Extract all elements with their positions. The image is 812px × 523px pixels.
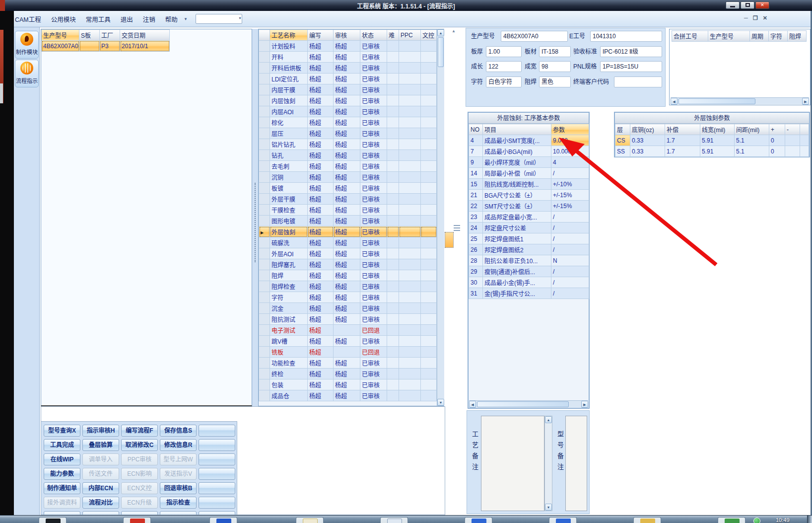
param-row[interactable]: 22 SMT尺寸公差（±） +/-15%	[469, 201, 589, 212]
column-header[interactable]: -	[785, 124, 800, 135]
action-button[interactable]	[199, 482, 235, 494]
scroll-left-icon[interactable]: ◀	[671, 98, 677, 105]
action-button[interactable]: 型号查询X	[44, 425, 80, 437]
silkscreen-input[interactable]: 白色字符	[486, 76, 522, 87]
param-row[interactable]: 9 最小焊环宽度（mil） 4	[469, 157, 589, 168]
column-header[interactable]	[259, 30, 270, 41]
app-window-icon[interactable]	[465, 517, 492, 523]
param-row[interactable]: 21 BGA尺寸公差（±） +/-15%	[469, 190, 589, 201]
column-header[interactable]: 生产型号	[42, 30, 79, 41]
flow-indicator-button[interactable]: 流程指示	[15, 60, 39, 87]
process-row[interactable]: 计划投料 杨超 杨超 已审核	[259, 41, 437, 52]
menu-item[interactable]: 退出	[116, 13, 138, 25]
process-row[interactable]: 棕化 杨超 杨超 已审核	[259, 117, 437, 128]
param-row[interactable]: 7 成品最小BGA(mil) 10.000	[469, 146, 589, 157]
menu-item[interactable]: CAM工程	[10, 13, 46, 25]
column-header[interactable]: 阻焊	[788, 31, 807, 42]
flash-icon[interactable]	[123, 517, 151, 523]
scroll-right-icon[interactable]: ▶	[581, 401, 588, 408]
scrollbar-thumb[interactable]	[438, 37, 444, 67]
action-button[interactable]: 工具完成	[44, 439, 80, 451]
process-row[interactable]: 图形电镀 杨超 杨超 已审核	[259, 216, 437, 226]
process-row[interactable]: 字符 杨超 杨超 已审核	[259, 292, 437, 303]
process-row[interactable]: 成品仓 杨超 杨超 已审核	[259, 390, 437, 401]
action-button[interactable]	[44, 511, 80, 515]
action-button[interactable]: 传送文件	[82, 468, 119, 480]
material-input[interactable]: IT-158	[539, 46, 571, 57]
mdi-minimize-button[interactable]: ─	[744, 15, 748, 21]
column-header[interactable]: 线宽(mil)	[700, 124, 735, 135]
action-button[interactable]: 发送指示V	[160, 468, 197, 480]
column-header[interactable]: NO	[469, 124, 483, 135]
base-params-hscrollbar[interactable]: ◀ ▶	[469, 400, 588, 407]
action-button[interactable]: 能力参数	[44, 468, 80, 480]
model-input[interactable]: 4B62X007A0	[501, 31, 568, 42]
show-desktop-button[interactable]	[807, 516, 812, 523]
column-header[interactable]: 状态	[360, 30, 387, 41]
standard-input[interactable]: IPC-6012 Ⅱ级	[600, 46, 662, 57]
column-header[interactable]: 生产型号	[708, 31, 750, 42]
action-button[interactable]: 流程对比	[82, 497, 119, 509]
process-row[interactable]: 沉铜 杨超 杨超 已审核	[259, 172, 437, 183]
pnl-input[interactable]: 1P=18S=15U	[600, 61, 662, 72]
process-row[interactable]: 板镀 杨超 杨超 已审核	[259, 183, 437, 194]
action-button[interactable]: 型号上网W	[160, 453, 197, 465]
action-button[interactable]	[199, 453, 235, 465]
process-row[interactable]: 去毛刺 杨超 杨超 已审核	[259, 161, 437, 172]
action-button[interactable]	[199, 511, 235, 515]
process-row[interactable]: 功能检查 杨超 杨超 已审核	[259, 358, 437, 369]
process-row[interactable]: 硫脲洗 杨超 杨超 已审核	[259, 237, 437, 248]
param-row[interactable]: 14 局部最小补偿（mil） /	[469, 168, 589, 179]
model-remark-textarea[interactable]	[565, 416, 587, 511]
action-button[interactable]: 在线WIP	[44, 453, 80, 465]
column-header[interactable]: 间距(mil)	[735, 124, 769, 135]
process-row[interactable]: 阻焊检查 杨超 杨超 已审核	[259, 281, 437, 292]
process-row[interactable]: 层压 杨超 杨超 已审核	[259, 128, 437, 139]
mdi-restore-button[interactable]: ❐	[753, 15, 758, 21]
process-remark-textarea[interactable]	[481, 416, 544, 511]
action-button[interactable]: 指示检查	[160, 497, 197, 509]
minimize-button[interactable]	[726, 1, 740, 9]
action-button[interactable]	[82, 511, 119, 515]
action-button[interactable]	[160, 511, 197, 515]
column-header[interactable]: 项目	[483, 124, 551, 135]
thickness-input[interactable]: 1.00	[486, 46, 522, 57]
process-row[interactable]: 开料后烘板 杨超 杨超 已审核	[259, 63, 437, 74]
process-row[interactable]: 电子测试 杨超 已回退	[259, 325, 437, 336]
column-header[interactable]: 工厂	[100, 30, 120, 41]
process-row[interactable]: 终检 杨超 杨超 已审核	[259, 369, 437, 379]
client-code-input[interactable]	[614, 76, 662, 87]
action-button[interactable]: 叠层验算	[82, 439, 119, 451]
window-icon[interactable]	[380, 517, 408, 523]
column-header[interactable]: 补偿	[665, 124, 700, 135]
column-header[interactable]: 层	[615, 124, 630, 135]
process-row[interactable]: 阻焊 杨超 杨超 已审核	[259, 270, 437, 281]
process-row[interactable]: LDI定位孔 杨超 杨超 已审核	[259, 74, 437, 84]
action-button[interactable]: 接外调资料	[44, 497, 80, 509]
order-row[interactable]: 4B62X007A0 P3 2017/10/1	[42, 41, 170, 52]
column-header[interactable]: 周期	[750, 31, 769, 42]
param-row[interactable]: 24 邦定盘尺寸公差 /	[469, 223, 589, 233]
column-header[interactable]: +	[769, 124, 785, 135]
action-button[interactable]: 修改信息R	[160, 439, 197, 451]
process-row[interactable]: 沉金 杨超 杨超 已审核	[259, 303, 437, 314]
action-button[interactable]: 取消修改C	[121, 439, 158, 451]
action-button[interactable]	[199, 425, 235, 437]
tray-status-icon[interactable]	[753, 518, 760, 523]
mask-input[interactable]: 黑色	[539, 76, 571, 87]
shell-icon[interactable]	[633, 517, 661, 523]
action-button[interactable]: 调单导入	[82, 453, 119, 465]
notepad-icon[interactable]	[296, 517, 324, 523]
process-row[interactable]: 内层AOI 杨超 杨超 已审核	[259, 106, 437, 117]
process-row[interactable]: 开料 杨超 杨超 已审核	[259, 52, 437, 63]
action-button[interactable]: 保存信息S	[160, 425, 197, 437]
action-button[interactable]: PPC审核	[121, 453, 158, 465]
close-button[interactable]: ✕	[755, 1, 769, 9]
scroll-down-icon[interactable]: ▼	[545, 504, 552, 511]
action-button[interactable]: ECN升级	[121, 497, 158, 509]
maximize-button[interactable]	[741, 1, 754, 9]
process-row[interactable]: 外层蚀刻 杨超 杨超 已审核	[259, 226, 437, 237]
column-header[interactable]: PPC	[399, 30, 421, 41]
process-row[interactable]: 钻孔 杨超 杨超 已审核	[259, 150, 437, 161]
scroll-left-icon[interactable]: ◀	[469, 401, 476, 408]
